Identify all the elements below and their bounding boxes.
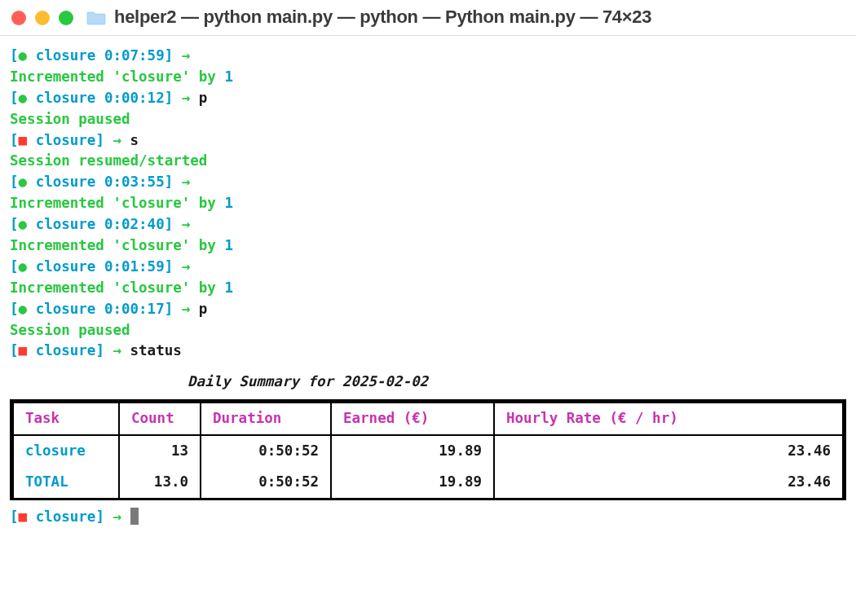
summary-table: Task Count Duration Earned (€) Hourly Ra… <box>12 402 844 498</box>
prompt-open: [ <box>10 47 19 64</box>
col-task: Task <box>13 403 119 435</box>
terminal-line: [■ closure] → s <box>10 130 846 152</box>
msg-text: Incremented <box>10 237 113 253</box>
msg-quoted: 'closure' <box>113 237 190 253</box>
table-cell: TOTAL <box>13 467 119 498</box>
msg-text: Session paused <box>10 322 130 338</box>
table-cell: closure <box>13 435 119 467</box>
terminal-line: Incremented 'closure' by 1 <box>10 193 846 214</box>
prompt-close: ] <box>95 508 104 525</box>
prompt-open: [ <box>10 258 19 275</box>
col-rate: Hourly Rate (€ / hr) <box>494 403 843 435</box>
stop-icon: ■ <box>19 342 28 359</box>
terminal-line: Incremented 'closure' by 1 <box>10 278 846 299</box>
table-cell: 0:50:52 <box>201 467 331 498</box>
prompt-label: closure] <box>27 132 104 148</box>
terminal-line: Session paused <box>10 109 846 130</box>
window-title: helper2 — python main.py — python — Pyth… <box>114 4 651 31</box>
titlebar: helper2 — python main.py — python — Pyth… <box>0 0 856 36</box>
terminal-line: Incremented 'closure' by 1 <box>10 235 846 257</box>
prompt-open: [ <box>10 174 19 190</box>
msg-text: Session paused <box>10 111 130 127</box>
terminal-line: [● closure 0:03:55] → <box>10 172 846 193</box>
arrow-icon: → <box>182 90 191 106</box>
user-input: p <box>190 301 207 317</box>
col-duration: Duration <box>201 403 331 435</box>
minimize-icon[interactable] <box>35 11 50 25</box>
play-icon: ● <box>19 258 28 275</box>
final-prompt-row[interactable]: [■ closure] → <box>0 500 856 528</box>
table-cell: 19.89 <box>331 467 494 498</box>
msg-text: by <box>190 237 224 253</box>
play-icon: ● <box>19 174 28 190</box>
prompt-label: closure 0:00:17] <box>27 301 173 317</box>
prompt-label: closure 0:01:59] <box>27 258 173 275</box>
msg-quoted: 'closure' <box>113 68 190 85</box>
traffic-lights <box>11 11 73 25</box>
arrow-icon: → <box>182 258 191 275</box>
msg-number: 1 <box>224 279 233 296</box>
play-icon: ● <box>19 47 28 64</box>
terminal-line: Session paused <box>10 320 846 341</box>
prompt-open: [ <box>10 301 19 317</box>
prompt-label: closure 0:07:59] <box>27 47 173 64</box>
prompt-open: [ <box>10 132 19 148</box>
msg-text: Incremented <box>10 68 113 85</box>
msg-quoted: 'closure' <box>113 279 190 296</box>
table-header-row: Task Count Duration Earned (€) Hourly Ra… <box>13 403 843 435</box>
prompt-label: closure 0:00:12] <box>27 90 173 106</box>
user-input: s <box>121 132 139 148</box>
arrow-icon: → <box>182 47 191 64</box>
arrow-icon: → <box>182 216 191 232</box>
stop-icon: ■ <box>19 508 28 525</box>
msg-text: by <box>190 195 224 211</box>
table-cell: 23.46 <box>494 467 843 498</box>
prompt-label: closure 0:02:40] <box>27 216 173 232</box>
msg-text: Incremented <box>10 279 113 296</box>
msg-text: Incremented <box>10 195 113 211</box>
user-input: p <box>190 90 207 106</box>
terminal-line: [● closure 0:01:59] → <box>10 257 846 278</box>
prompt-open: [ <box>10 508 19 525</box>
table-cell: 0:50:52 <box>201 435 331 467</box>
prompt-label: closure] <box>27 342 104 359</box>
table-cell: 23.46 <box>494 435 843 467</box>
prompt-label: closure 0:03:55] <box>27 174 173 190</box>
table-row: closure130:50:5219.8923.46 <box>13 435 843 467</box>
msg-number: 1 <box>224 195 233 211</box>
msg-text: by <box>190 279 224 296</box>
terminal-line: [● closure 0:00:17] → p <box>10 299 846 320</box>
col-count: Count <box>119 403 201 435</box>
summary-heading-row: Daily Summary for 2025-02-02 <box>0 362 856 393</box>
table-cell: 13.0 <box>119 467 201 498</box>
play-icon: ● <box>19 301 28 317</box>
col-earned: Earned (€) <box>331 403 494 435</box>
close-icon[interactable] <box>11 11 26 25</box>
summary-table-wrap: Task Count Duration Earned (€) Hourly Ra… <box>10 399 846 500</box>
terminal-line: [● closure 0:07:59] → <box>10 46 846 67</box>
msg-text: Session resumed/started <box>10 152 207 169</box>
terminal-line: [■ closure] → status <box>10 341 846 362</box>
arrow-icon: → <box>182 174 191 190</box>
msg-number: 1 <box>224 68 233 85</box>
prompt-open: [ <box>10 216 19 232</box>
stop-icon: ■ <box>19 132 28 148</box>
prompt-open: [ <box>10 90 19 106</box>
cursor <box>130 508 139 525</box>
arrow-icon: → <box>182 301 191 317</box>
user-input: status <box>121 342 182 359</box>
arrow-icon: → <box>113 132 121 148</box>
table-cell: 19.89 <box>331 435 494 467</box>
maximize-icon[interactable] <box>59 11 73 25</box>
terminal-line: Incremented 'closure' by 1 <box>10 67 846 88</box>
prompt-open: [ <box>10 342 19 359</box>
terminal-line: Session resumed/started <box>10 151 846 172</box>
prompt-name: closure <box>36 508 96 525</box>
play-icon: ● <box>19 216 28 232</box>
folder-icon <box>86 10 106 26</box>
terminal-output[interactable]: [● closure 0:07:59] →Incremented 'closur… <box>0 36 856 362</box>
msg-text: by <box>190 68 224 85</box>
msg-quoted: 'closure' <box>113 195 190 211</box>
arrow-icon: → <box>113 342 121 359</box>
play-icon: ● <box>19 90 28 106</box>
